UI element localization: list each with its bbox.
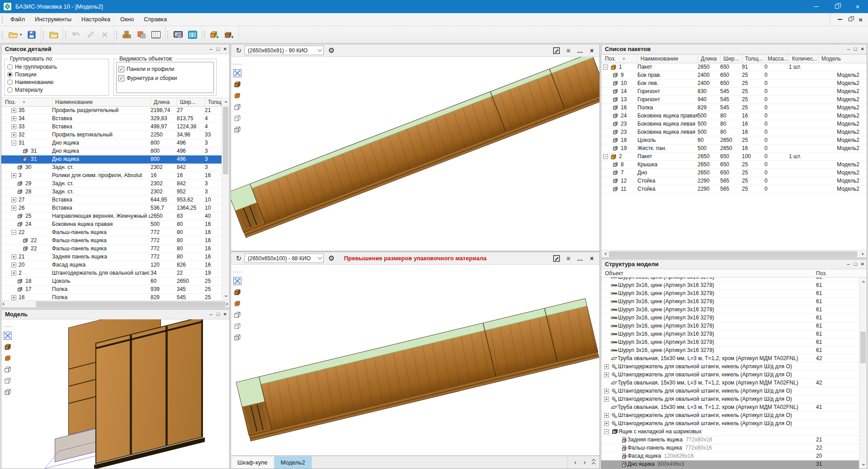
expand-icon[interactable]: +	[11, 197, 16, 202]
scroll-up-button[interactable]	[222, 98, 230, 105]
zoom-extents-icon[interactable]	[232, 68, 242, 78]
parts-table-row[interactable]: +27Вставка644,95953,6210	[1, 196, 229, 204]
col-name[interactable]: Наименование	[52, 98, 151, 106]
structure-tree-row[interactable]: Фасад ящика120x826x1620	[601, 452, 867, 460]
checkbox-icon[interactable]: ✓	[118, 75, 124, 81]
vp2-package-select[interactable]: (2650x650x100) - 88 КИО	[245, 253, 324, 263]
structure-tree-row[interactable]: +Штангодержатель для овальной штанги, ни…	[601, 371, 867, 379]
radio-icon[interactable]	[7, 64, 13, 70]
menu-item-Справка[interactable]: Справка	[139, 13, 172, 26]
parts-table-row[interactable]: +33Вставка498,971224,384	[1, 123, 229, 131]
view-hidden-wire-icon[interactable]	[232, 113, 242, 123]
edit-icon[interactable]	[552, 46, 561, 56]
parts-table-row[interactable]: 31Дно ящика8004963	[1, 147, 229, 155]
packages-table-row[interactable]: −2Пакет265065010001 шт.	[601, 153, 867, 161]
expand-icon[interactable]: +	[604, 397, 609, 402]
vp2-canvas[interactable]	[231, 265, 599, 455]
parts-table-row[interactable]: +20Фасад ящика12082616	[1, 261, 229, 269]
structure-tree-row[interactable]: Шуруп 3x16, цинк (Артикул 3x16 3278)61	[601, 338, 867, 347]
checkbox-icon[interactable]: ✓	[118, 66, 124, 72]
panel-maximize-icon[interactable]: □	[217, 47, 220, 52]
structure-tree-row[interactable]: +Штангодержатель для овальной штанги, ни…	[601, 387, 867, 395]
scroll-left-button[interactable]	[601, 250, 609, 258]
report-monitor-button[interactable]	[171, 28, 185, 42]
barcode-button[interactable]	[185, 28, 200, 42]
parts-horizontal-scrollbar[interactable]	[1, 300, 229, 308]
expand-icon[interactable]: +	[604, 364, 609, 369]
packages-table-row[interactable]: 12Стойка2290565250Модель2	[601, 177, 867, 185]
col-length[interactable]: Длина	[698, 55, 720, 63]
list-icon[interactable]: ≡	[563, 253, 573, 263]
scroll-left-button[interactable]	[1, 300, 5, 308]
panel-maximize-icon[interactable]: □	[854, 47, 857, 52]
menu-item-Настройка[interactable]: Настройка	[76, 13, 115, 26]
packages-table-row[interactable]: 23Боковина ящика левая50080160Модель2	[601, 120, 867, 128]
structure-tree-row[interactable]: +Штангодержатель для овальной штанги, ни…	[601, 420, 867, 428]
parts-table-row[interactable]: 29Задн. ст.23028423	[1, 180, 229, 188]
tab-prev-icon[interactable]	[572, 459, 578, 466]
tab-Шкаф-купе[interactable]: Шкаф-купе	[231, 456, 274, 469]
col-pos[interactable]: Поз.▼	[601, 55, 637, 63]
view-shaded-icon[interactable]	[3, 353, 13, 363]
col-mass[interactable]: Масса...	[764, 55, 789, 63]
collapse-icon[interactable]: −	[604, 429, 609, 434]
view-textured-icon[interactable]	[232, 287, 242, 297]
parts-vertical-scrollbar[interactable]	[222, 98, 229, 300]
parts-table-row[interactable]: +21Задняя панель ящика7728016	[1, 253, 229, 261]
expand-icon[interactable]: +	[604, 421, 609, 426]
panel-minimize-icon[interactable]: –	[210, 312, 212, 317]
packages-horizontal-scrollbar[interactable]	[601, 250, 867, 258]
structure-tree-row[interactable]: Труба овальная, 15x30 мм, L=3 м, T=1,2, …	[601, 355, 867, 363]
radio-icon[interactable]	[7, 87, 13, 93]
panel-minimize-icon[interactable]: –	[847, 47, 850, 52]
structure-tree-row[interactable]: Шуруп 3x16, цинк (Артикул 3x16 3278)61	[601, 330, 867, 338]
expand-icon[interactable]: +	[11, 124, 16, 129]
packages-table-row[interactable]: 18Цоколь602650250Модель2	[601, 136, 867, 145]
model-3d-canvas[interactable]	[1, 319, 229, 469]
col-thickness[interactable]: Толщ...	[742, 55, 764, 63]
expand-icon[interactable]: +	[11, 206, 16, 211]
structure-tree-row[interactable]: Шуруп 3x16, цинк (Артикул 3x16 3278)61	[601, 290, 867, 298]
packages-table-row[interactable]: 24Боковина ящика правая50080160Модель2	[601, 112, 867, 120]
view-wireframe-icon[interactable]	[232, 125, 242, 135]
collapse-icon[interactable]: −	[11, 230, 16, 235]
packages-table-row[interactable]: −1Пакет26506509101 шт.	[601, 63, 867, 71]
package-add-button[interactable]	[208, 28, 222, 42]
structure-tree-row[interactable]: +Штангодержатель для овальной штанги, ни…	[601, 412, 867, 420]
parts-table-row[interactable]: 24Боковина ящика правая5008016	[1, 220, 229, 229]
radio-option-Не группировать[interactable]: Не группировать	[7, 63, 106, 70]
view-hidden-wire-icon[interactable]	[232, 321, 242, 331]
window-minimize-button[interactable]	[806, 0, 826, 13]
radio-icon[interactable]	[7, 72, 13, 77]
scroll-up-button[interactable]	[859, 277, 867, 285]
parts-table-row[interactable]: 22Фальш-панель ящика7728016	[1, 237, 229, 245]
open-model-button[interactable]	[47, 28, 61, 42]
panel-maximize-icon[interactable]: □	[854, 262, 857, 267]
pallet-button[interactable]	[149, 28, 163, 42]
mdi-restore-icon[interactable]	[849, 18, 852, 21]
expand-icon[interactable]: +	[11, 132, 16, 137]
expand-icon[interactable]: +	[11, 295, 16, 300]
structure-tree-row[interactable]: Шуруп 3x16, цинк (Артикул 3x16 3278)61	[601, 306, 867, 314]
collapse-icon[interactable]: −	[603, 65, 608, 70]
view-solid-icon[interactable]	[232, 310, 242, 320]
parts-table-row[interactable]: −31Дно ящика8004963	[1, 139, 229, 147]
parts-table-row[interactable]: +2Штангодержатель для овальной штанг...3…	[1, 269, 229, 277]
parts-table-row[interactable]: 17Полка93934525	[1, 286, 229, 294]
panel-minimize-icon[interactable]: –	[210, 47, 212, 52]
packages-table-row[interactable]: 16Полка829545250Модель2	[601, 104, 867, 112]
view-textured-icon[interactable]	[232, 80, 242, 89]
expand-icon[interactable]: +	[604, 413, 609, 418]
radio-option-Материалу[interactable]: Материалу	[7, 86, 106, 94]
checkbox-option-Фурнитура и сборки[interactable]: ✓Фурнитура и сборки	[118, 74, 212, 83]
structure-tree-row[interactable]: Шуруп 3x16, цинк (Артикул 3x16 3278)61	[601, 314, 867, 322]
expand-icon[interactable]: +	[11, 173, 16, 178]
structure-tree-row[interactable]: −Ящик с накладкой на шариковых	[601, 428, 867, 436]
packages-table-row[interactable]: 9Бок прав.2400650250Модель2	[601, 71, 867, 80]
view-solid-icon[interactable]	[232, 102, 242, 112]
parts-table-row[interactable]: −22Фальш-панель ящика7728016	[1, 229, 229, 237]
open-folder-button[interactable]: ▾	[5, 28, 24, 42]
more-icon[interactable]: …	[575, 46, 585, 56]
structure-tree-row[interactable]: +Штангодержатель для овальной штанги, ни…	[601, 363, 867, 371]
parts-table-row[interactable]: +32Профиль вертикальный225034,9633	[1, 131, 229, 139]
